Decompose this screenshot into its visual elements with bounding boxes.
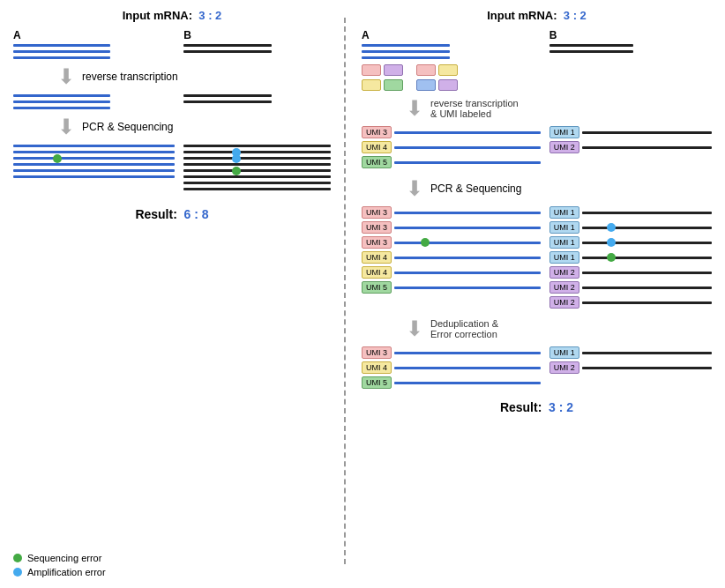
right-mrna-section: A B bbox=[362, 29, 712, 59]
mrna-line-a3 bbox=[13, 56, 110, 59]
r-pcr-umi3a2-label: UMI 3 bbox=[362, 221, 392, 234]
umi-input-pink1 bbox=[362, 64, 381, 76]
pcr-b-line8-bar bbox=[183, 188, 331, 190]
right-arrow1: ⬇ reverse transcription & UMI labeled bbox=[362, 96, 712, 121]
r-pcr-umi1-b2: UMI 1 bbox=[549, 221, 712, 234]
r-mrna-b1 bbox=[549, 44, 633, 47]
r-pcr-umi1b4-label: UMI 1 bbox=[549, 251, 579, 264]
r-pcr-umi2-b2: UMI 2 bbox=[549, 281, 712, 294]
pcr-b-line5 bbox=[183, 169, 331, 172]
left-panel: Input mRNA: 3 : 2 A B ⬇ reverse t bbox=[0, 0, 344, 588]
pcr-a-line2-bar bbox=[13, 151, 175, 153]
r-dedup-umi1-label: UMI 1 bbox=[549, 346, 579, 359]
right-dedup-a: UMI 3 UMI 4 UMI 5 bbox=[362, 346, 541, 391]
right-dedup-section: UMI 3 UMI 4 UMI 5 UMI 1 bbox=[362, 346, 712, 391]
left-title: Input mRNA: 3 : 2 bbox=[13, 9, 331, 22]
r-dedup-umi2: UMI 2 bbox=[549, 361, 712, 374]
r-pcr-umi2b2-label: UMI 2 bbox=[549, 281, 579, 294]
left-cdna-section bbox=[13, 94, 331, 109]
r-mrna-b2 bbox=[549, 50, 633, 53]
left-title-text: Input mRNA: bbox=[123, 9, 192, 22]
pcr-a-line4 bbox=[13, 163, 175, 166]
pcr-b-line3-bar bbox=[183, 157, 331, 160]
r-mrna-a3 bbox=[362, 56, 450, 59]
legend-seq-error: Sequencing error bbox=[13, 553, 106, 563]
pcr-a-line3 bbox=[13, 157, 175, 160]
r-pcr-umi5-a1: UMI 5 bbox=[362, 281, 541, 294]
r-pcr-umi1-b3: UMI 1 bbox=[549, 236, 712, 249]
left-col-a-pcr bbox=[13, 145, 175, 193]
r-pcr-b-umi1-1 bbox=[582, 212, 712, 214]
left-mrna-section: A B bbox=[13, 29, 331, 59]
pcr-b-line8 bbox=[183, 188, 331, 190]
r-pcr-b-umi2-2 bbox=[582, 287, 712, 289]
pcr-a-line1-bar bbox=[13, 145, 175, 147]
umi-label-2b: UMI 2 bbox=[549, 141, 579, 153]
r-pcr-a-umi4-2 bbox=[394, 272, 541, 274]
pcr-a-line4-bar bbox=[13, 163, 175, 166]
right-title: Input mRNA: 3 : 2 bbox=[362, 9, 712, 22]
r-dedup-b1-line bbox=[582, 352, 712, 354]
right-pcr-b: UMI 1 UMI 1 UMI 1 UMI 1 bbox=[549, 206, 712, 311]
r-pcr-umi1-b4: UMI 1 bbox=[549, 251, 712, 264]
r-pcr-umi4-a2: UMI 4 bbox=[362, 266, 541, 279]
pcr-b-line2-bar bbox=[183, 151, 331, 153]
left-arrow2-label: PCR & Sequencing bbox=[82, 121, 173, 133]
r-dedup-a3-line bbox=[394, 382, 541, 384]
legend-seq-label: Sequencing error bbox=[27, 553, 101, 563]
right-title-text: Input mRNA: bbox=[487, 9, 557, 22]
right-cdna-a: UMI 3 UMI 4 UMI 5 bbox=[362, 126, 541, 171]
umi-boxes-right2 bbox=[416, 79, 458, 91]
r-pcr-umi4a2-label: UMI 4 bbox=[362, 266, 392, 279]
r-pcr-umi1-b1: UMI 1 bbox=[549, 206, 712, 219]
umi-label-1b: UMI 1 bbox=[549, 126, 579, 138]
cdna-line-b2 bbox=[183, 100, 272, 103]
r-pcr-umi2b3-label: UMI 2 bbox=[549, 296, 579, 309]
right-label-b: B bbox=[549, 29, 712, 41]
right-pcr-section: UMI 3 UMI 3 UMI 3 UMI 4 bbox=[362, 206, 712, 311]
umi-input-yellow1 bbox=[438, 64, 458, 76]
r-cdna-a2-line bbox=[394, 146, 541, 149]
r-pcr-umi3-a1: UMI 3 bbox=[362, 206, 541, 219]
right-cdna-b: UMI 1 UMI 2 bbox=[549, 126, 712, 171]
r-mrna-a2 bbox=[362, 50, 450, 53]
umi-label-4a: UMI 4 bbox=[362, 141, 392, 153]
right-arrow3: ⬇ Deduplication & Error correction bbox=[362, 316, 712, 341]
right-result-ratio: 3 : 2 bbox=[549, 400, 573, 414]
pcr-a-line1 bbox=[13, 145, 175, 147]
r-pcr-umi3a1-label: UMI 3 bbox=[362, 206, 392, 219]
r-cdna-a1-line bbox=[394, 131, 541, 134]
r-mrna-a1 bbox=[362, 44, 450, 47]
left-arrow1-label: reverse transcription bbox=[82, 71, 178, 83]
seq-error-dot-a3 bbox=[53, 154, 62, 163]
r-pcr-umi1b1-label: UMI 1 bbox=[549, 206, 579, 219]
umi-boxes-left2 bbox=[362, 79, 403, 91]
r-cdna-b1-line bbox=[582, 131, 712, 134]
r-pcr-b-umi1-2 bbox=[582, 227, 712, 229]
r-cdna-umi1-b: UMI 1 bbox=[549, 126, 712, 138]
r-pcr-a-umi4-1 bbox=[394, 257, 541, 259]
legend-amp-label: Amplification error bbox=[27, 567, 106, 577]
umi-input-boxes2 bbox=[362, 79, 712, 91]
pcr-a-line6 bbox=[13, 175, 175, 178]
umi-label-3a: UMI 3 bbox=[362, 126, 392, 138]
main-container: Input mRNA: 3 : 2 A B ⬇ reverse t bbox=[0, 0, 725, 588]
umi-boxes-left bbox=[362, 64, 403, 76]
umi-input-yellow2 bbox=[362, 79, 381, 91]
r-dedup-b2-line bbox=[582, 367, 712, 369]
r-pcr-umi1b2-label: UMI 1 bbox=[549, 221, 579, 234]
r-cdna-b2-line bbox=[582, 146, 712, 149]
right-arrow2-label: PCR & Sequencing bbox=[430, 182, 521, 195]
left-result-ratio: 6 : 8 bbox=[184, 207, 209, 221]
pcr-a-line5 bbox=[13, 169, 175, 172]
left-col-b-pcr bbox=[183, 145, 331, 193]
right-result: Result: 3 : 2 bbox=[362, 400, 712, 414]
r-dedup-umi3-label: UMI 3 bbox=[362, 346, 392, 359]
r-dedup-umi4: UMI 4 bbox=[362, 361, 541, 374]
left-label-b: B bbox=[183, 29, 331, 41]
r-cdna-umi4-a: UMI 4 bbox=[362, 141, 541, 153]
left-col-b-mrna: B bbox=[183, 29, 331, 59]
right-panel: Input mRNA: 3 : 2 A B bbox=[344, 0, 725, 588]
pcr-b-line3 bbox=[183, 157, 331, 160]
r-pcr-b-umi1-3 bbox=[582, 242, 712, 244]
